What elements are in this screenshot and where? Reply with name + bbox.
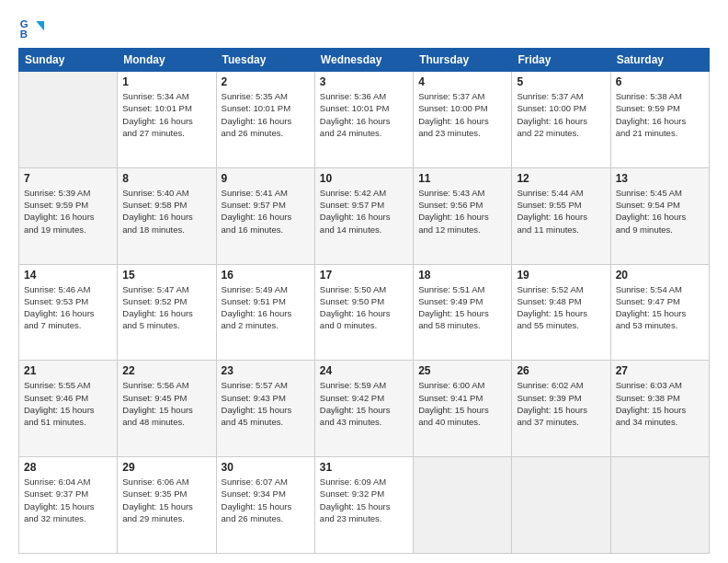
day-number: 18	[418, 269, 506, 282]
day-number: 2	[222, 75, 310, 88]
day-number: 14	[24, 269, 112, 282]
day-info: Sunrise: 5:51 AM Sunset: 9:49 PM Dayligh…	[418, 283, 506, 332]
day-info: Sunrise: 5:54 AM Sunset: 9:47 PM Dayligh…	[616, 283, 704, 332]
day-number: 20	[616, 269, 704, 282]
day-info: Sunrise: 5:56 AM Sunset: 9:45 PM Dayligh…	[122, 379, 210, 428]
day-info: Sunrise: 5:37 AM Sunset: 10:00 PM Daylig…	[517, 90, 605, 139]
day-info: Sunrise: 6:06 AM Sunset: 9:35 PM Dayligh…	[122, 476, 210, 524]
svg-marker-2	[36, 21, 44, 31]
table-row: 26Sunrise: 6:02 AM Sunset: 9:39 PM Dayli…	[512, 361, 610, 457]
table-row: 28Sunrise: 6:04 AM Sunset: 9:37 PM Dayli…	[19, 457, 118, 554]
logo-icon: G B	[18, 15, 44, 40]
day-info: Sunrise: 5:41 AM Sunset: 9:57 PM Dayligh…	[222, 187, 310, 236]
day-info: Sunrise: 5:50 AM Sunset: 9:50 PM Dayligh…	[320, 283, 408, 332]
day-number: 22	[122, 364, 210, 377]
day-info: Sunrise: 6:09 AM Sunset: 9:32 PM Dayligh…	[320, 476, 408, 524]
table-row	[610, 457, 709, 554]
day-number: 29	[122, 461, 210, 474]
header: G B	[18, 15, 710, 40]
table-row: 31Sunrise: 6:09 AM Sunset: 9:32 PM Dayli…	[314, 457, 413, 554]
day-number: 16	[222, 269, 310, 282]
day-number: 6	[616, 75, 704, 88]
col-friday: Friday	[512, 49, 610, 72]
day-number: 25	[418, 364, 506, 377]
day-number: 5	[517, 75, 605, 88]
calendar-body: 1Sunrise: 5:34 AM Sunset: 10:01 PM Dayli…	[19, 72, 710, 554]
table-row: 7Sunrise: 5:39 AM Sunset: 9:59 PM Daylig…	[19, 167, 118, 264]
day-number: 15	[122, 269, 210, 282]
table-row: 17Sunrise: 5:50 AM Sunset: 9:50 PM Dayli…	[314, 264, 413, 361]
table-row: 14Sunrise: 5:46 AM Sunset: 9:53 PM Dayli…	[19, 264, 118, 361]
day-info: Sunrise: 5:38 AM Sunset: 9:59 PM Dayligh…	[616, 90, 704, 139]
day-info: Sunrise: 5:52 AM Sunset: 9:48 PM Dayligh…	[517, 283, 605, 332]
day-number: 10	[320, 172, 408, 185]
logo: G B	[18, 15, 48, 40]
col-sunday: Sunday	[19, 49, 118, 72]
day-number: 23	[222, 364, 310, 377]
day-number: 28	[24, 461, 112, 474]
table-row: 6Sunrise: 5:38 AM Sunset: 9:59 PM Daylig…	[610, 72, 709, 168]
svg-text:B: B	[20, 29, 28, 40]
table-row: 2Sunrise: 5:35 AM Sunset: 10:01 PM Dayli…	[216, 72, 314, 168]
day-info: Sunrise: 5:36 AM Sunset: 10:01 PM Daylig…	[320, 90, 408, 139]
day-number: 19	[517, 269, 605, 282]
day-info: Sunrise: 5:47 AM Sunset: 9:52 PM Dayligh…	[122, 283, 210, 332]
table-row	[414, 457, 512, 554]
table-row: 11Sunrise: 5:43 AM Sunset: 9:56 PM Dayli…	[414, 167, 512, 264]
calendar-table: Sunday Monday Tuesday Wednesday Thursday…	[18, 48, 710, 554]
day-info: Sunrise: 5:57 AM Sunset: 9:43 PM Dayligh…	[222, 379, 310, 428]
day-info: Sunrise: 5:39 AM Sunset: 9:59 PM Dayligh…	[24, 187, 112, 236]
table-row: 22Sunrise: 5:56 AM Sunset: 9:45 PM Dayli…	[118, 361, 216, 457]
day-info: Sunrise: 5:42 AM Sunset: 9:57 PM Dayligh…	[320, 187, 408, 236]
day-info: Sunrise: 5:45 AM Sunset: 9:54 PM Dayligh…	[616, 187, 704, 236]
calendar-week-row: 21Sunrise: 5:55 AM Sunset: 9:46 PM Dayli…	[19, 361, 710, 457]
day-number: 21	[24, 364, 112, 377]
day-number: 8	[122, 172, 210, 185]
table-row: 23Sunrise: 5:57 AM Sunset: 9:43 PM Dayli…	[216, 361, 314, 457]
table-row: 12Sunrise: 5:44 AM Sunset: 9:55 PM Dayli…	[512, 167, 610, 264]
day-info: Sunrise: 5:55 AM Sunset: 9:46 PM Dayligh…	[24, 379, 112, 428]
day-number: 1	[122, 75, 210, 88]
calendar-page: G B Sunday Monday Tuesday Wednesday Thur…	[0, 0, 728, 563]
col-thursday: Thursday	[414, 49, 512, 72]
day-info: Sunrise: 5:46 AM Sunset: 9:53 PM Dayligh…	[24, 283, 112, 332]
day-info: Sunrise: 6:07 AM Sunset: 9:34 PM Dayligh…	[222, 476, 310, 524]
table-row: 10Sunrise: 5:42 AM Sunset: 9:57 PM Dayli…	[314, 167, 413, 264]
day-number: 31	[320, 461, 408, 474]
col-tuesday: Tuesday	[216, 49, 314, 72]
table-row: 3Sunrise: 5:36 AM Sunset: 10:01 PM Dayli…	[314, 72, 413, 168]
day-info: Sunrise: 6:00 AM Sunset: 9:41 PM Dayligh…	[418, 379, 506, 428]
calendar-week-row: 7Sunrise: 5:39 AM Sunset: 9:59 PM Daylig…	[19, 167, 710, 264]
day-info: Sunrise: 5:35 AM Sunset: 10:01 PM Daylig…	[222, 90, 310, 139]
table-row: 25Sunrise: 6:00 AM Sunset: 9:41 PM Dayli…	[414, 361, 512, 457]
calendar-week-row: 1Sunrise: 5:34 AM Sunset: 10:01 PM Dayli…	[19, 72, 710, 168]
table-row: 18Sunrise: 5:51 AM Sunset: 9:49 PM Dayli…	[414, 264, 512, 361]
calendar-week-row: 28Sunrise: 6:04 AM Sunset: 9:37 PM Dayli…	[19, 457, 710, 554]
table-row: 24Sunrise: 5:59 AM Sunset: 9:42 PM Dayli…	[314, 361, 413, 457]
day-info: Sunrise: 6:03 AM Sunset: 9:38 PM Dayligh…	[616, 379, 704, 428]
day-number: 24	[320, 364, 408, 377]
day-info: Sunrise: 5:59 AM Sunset: 9:42 PM Dayligh…	[320, 379, 408, 428]
table-row: 13Sunrise: 5:45 AM Sunset: 9:54 PM Dayli…	[610, 167, 709, 264]
table-row: 19Sunrise: 5:52 AM Sunset: 9:48 PM Dayli…	[512, 264, 610, 361]
day-info: Sunrise: 5:44 AM Sunset: 9:55 PM Dayligh…	[517, 187, 605, 236]
day-info: Sunrise: 5:40 AM Sunset: 9:58 PM Dayligh…	[122, 187, 210, 236]
day-number: 13	[616, 172, 704, 185]
day-number: 3	[320, 75, 408, 88]
day-info: Sunrise: 5:49 AM Sunset: 9:51 PM Dayligh…	[222, 283, 310, 332]
table-row: 15Sunrise: 5:47 AM Sunset: 9:52 PM Dayli…	[118, 264, 216, 361]
day-number: 26	[517, 364, 605, 377]
calendar-header: Sunday Monday Tuesday Wednesday Thursday…	[19, 49, 710, 72]
calendar-week-row: 14Sunrise: 5:46 AM Sunset: 9:53 PM Dayli…	[19, 264, 710, 361]
day-number: 17	[320, 269, 408, 282]
table-row	[512, 457, 610, 554]
table-row: 30Sunrise: 6:07 AM Sunset: 9:34 PM Dayli…	[216, 457, 314, 554]
day-number: 7	[24, 172, 112, 185]
table-row	[19, 72, 118, 168]
table-row: 27Sunrise: 6:03 AM Sunset: 9:38 PM Dayli…	[610, 361, 709, 457]
table-row: 21Sunrise: 5:55 AM Sunset: 9:46 PM Dayli…	[19, 361, 118, 457]
day-info: Sunrise: 5:43 AM Sunset: 9:56 PM Dayligh…	[418, 187, 506, 236]
col-wednesday: Wednesday	[314, 49, 413, 72]
table-row: 20Sunrise: 5:54 AM Sunset: 9:47 PM Dayli…	[610, 264, 709, 361]
day-info: Sunrise: 6:04 AM Sunset: 9:37 PM Dayligh…	[24, 476, 112, 524]
